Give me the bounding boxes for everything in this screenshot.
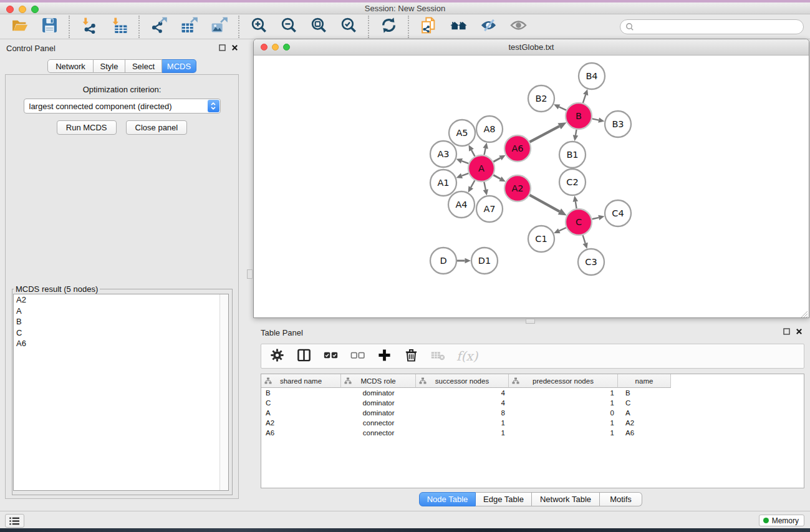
table-mode-gear-button[interactable]	[269, 348, 285, 364]
select-all-rows-button[interactable]	[322, 348, 339, 364]
graph-edge-C-C2[interactable]	[576, 201, 577, 208]
table-cell[interactable]: 1	[509, 388, 618, 398]
mcds-result-item[interactable]: A	[14, 306, 228, 317]
table-row[interactable]: Bdominator41B	[261, 388, 804, 398]
column-header-predecessor-nodes[interactable]: predecessor nodes	[509, 374, 618, 388]
table-float-panel-icon[interactable]	[783, 328, 790, 335]
graph-edge-C-C4[interactable]	[592, 218, 599, 219]
hide-selected-button[interactable]	[479, 17, 498, 36]
export-image-button[interactable]	[210, 17, 228, 36]
tab-network-table[interactable]: Network Table	[532, 492, 600, 506]
table-cell[interactable]: A2	[618, 418, 671, 428]
tab-motifs[interactable]: Motifs	[600, 492, 642, 506]
tab-node-table[interactable]: Node Table	[419, 492, 476, 506]
graph-edge-B-B2[interactable]	[559, 107, 567, 110]
new-network-from-selection-button[interactable]	[419, 17, 438, 36]
graph-edge-A-A4[interactable]	[471, 180, 475, 187]
import-network-button[interactable]	[80, 17, 99, 36]
network-canvas[interactable]: B4B2BB3A8A5A6A3B1AA1C2A2A4A7C4CC1C3DD1	[254, 56, 809, 317]
table-cell[interactable]: A6	[618, 428, 671, 438]
table-cell[interactable]: dominator	[341, 408, 416, 418]
open-file-button[interactable]	[10, 17, 29, 36]
table-row[interactable]: A6connector11A6	[261, 428, 804, 438]
column-header-shared-name[interactable]: shared name	[261, 374, 341, 388]
zoom-selected-button[interactable]	[339, 17, 358, 36]
table-row[interactable]: A2connector11A2	[261, 418, 804, 428]
mcds-result-list[interactable]: A2ABCA6	[13, 294, 229, 491]
table-row[interactable]: Adominator80A	[261, 408, 804, 418]
graph-edge-A-A8[interactable]	[484, 148, 485, 155]
memory-button[interactable]: Memory	[759, 515, 804, 526]
graph-edge-A-A7[interactable]	[484, 182, 486, 190]
graph-edge-A-A5[interactable]	[471, 150, 475, 157]
show-all-button[interactable]	[509, 17, 528, 36]
graph-edge-B-B4[interactable]	[583, 95, 586, 103]
graph-edge-A-A2[interactable]	[493, 175, 500, 179]
column-header-name[interactable]: name	[618, 374, 671, 388]
import-table-button[interactable]	[110, 17, 128, 36]
show-column-button[interactable]	[296, 348, 312, 364]
graph-edge-C-C3[interactable]	[583, 235, 586, 243]
graph-edge-A-A6[interactable]	[493, 158, 500, 162]
graph-edge-B-B3[interactable]	[592, 118, 599, 120]
splitter-handle-vertical[interactable]	[247, 269, 253, 279]
graph-edge-A-A1[interactable]	[461, 173, 468, 176]
create-column-button[interactable]	[376, 348, 392, 364]
column-header-successor-nodes[interactable]: successor nodes	[416, 374, 509, 388]
mcds-result-item[interactable]: B	[14, 316, 228, 327]
deselect-all-rows-button[interactable]	[349, 348, 365, 364]
graph-edge-A2-C[interactable]	[529, 195, 559, 211]
graph-edge-A6-B[interactable]	[529, 126, 559, 142]
table-cell[interactable]: C	[261, 398, 341, 408]
table-cell[interactable]: B	[261, 388, 341, 398]
search-input[interactable]	[634, 21, 803, 33]
table-cell[interactable]: dominator	[341, 388, 416, 398]
table-cell[interactable]: 0	[509, 408, 618, 418]
close-panel-button[interactable]: Close panel	[126, 120, 188, 135]
table-cell[interactable]: B	[618, 388, 671, 398]
float-panel-icon[interactable]	[219, 44, 226, 51]
save-session-button[interactable]	[40, 17, 59, 36]
tab-style[interactable]: Style	[94, 59, 125, 73]
refresh-button[interactable]	[379, 17, 398, 36]
table-cell[interactable]: 1	[509, 398, 618, 408]
table-cell[interactable]: connector	[341, 418, 416, 428]
table-cell[interactable]: 4	[416, 398, 509, 408]
mcds-result-item[interactable]: A2	[14, 294, 228, 306]
table-cell[interactable]: connector	[341, 428, 416, 438]
export-network-button[interactable]	[150, 17, 168, 36]
tab-edge-table[interactable]: Edge Table	[476, 492, 532, 506]
graph-edge-B-B1[interactable]	[576, 130, 576, 135]
splitter-handle-horizontal[interactable]	[526, 319, 535, 324]
tab-mcds[interactable]: MCDS	[162, 59, 196, 73]
network-window-titlebar[interactable]: testGlobe.txt	[254, 39, 809, 56]
table-cell[interactable]: A	[261, 408, 341, 418]
criterion-dropdown[interactable]: largest connected component (directed)	[24, 99, 221, 114]
mcds-result-item[interactable]: A6	[14, 338, 228, 349]
graph-edge-A-A3[interactable]	[461, 161, 468, 163]
tab-select[interactable]: Select	[125, 59, 162, 73]
table-cell[interactable]: 1	[509, 428, 618, 438]
first-neighbors-button[interactable]	[449, 17, 468, 36]
table-cell[interactable]: 4	[416, 388, 509, 398]
mcds-result-item[interactable]: C	[14, 327, 228, 339]
zoom-in-button[interactable]	[249, 17, 268, 36]
export-table-button[interactable]	[180, 17, 198, 36]
zoom-fit-button[interactable]	[309, 17, 328, 36]
table-cell[interactable]: A	[618, 408, 671, 418]
task-history-button[interactable]	[5, 514, 24, 528]
search-box[interactable]	[620, 19, 804, 34]
window-resize-grip[interactable]	[801, 309, 808, 317]
close-panel-icon[interactable]	[231, 44, 238, 51]
delete-column-button[interactable]	[403, 348, 419, 364]
table-cell[interactable]: 1	[416, 428, 509, 438]
table-cell[interactable]: dominator	[341, 398, 416, 408]
run-mcds-button[interactable]: Run MCDS	[57, 120, 117, 135]
table-cell[interactable]: 1	[509, 418, 618, 428]
zoom-out-button[interactable]	[279, 17, 298, 36]
table-cell[interactable]: A6	[261, 428, 341, 438]
column-header-MCDS-role[interactable]: MCDS role	[341, 374, 416, 388]
result-scrollbar[interactable]	[219, 294, 228, 490]
table-cell[interactable]: C	[618, 398, 671, 408]
graph-edge-C-C1[interactable]	[559, 228, 566, 231]
